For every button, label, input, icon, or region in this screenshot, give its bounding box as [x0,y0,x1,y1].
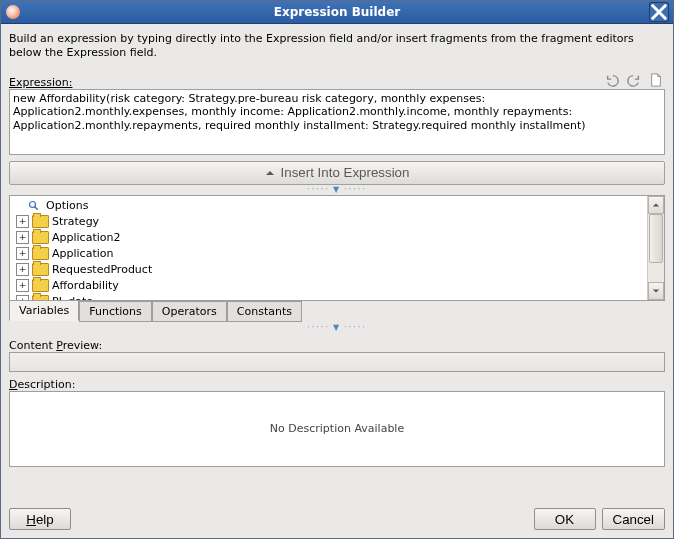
expand-icon[interactable]: + [16,279,29,292]
tree-item-label: RequestedProduct [52,263,152,276]
insert-button-label: Insert Into Expression [281,165,410,180]
folder-icon [32,279,49,292]
undo-button[interactable] [603,71,621,89]
tree-root-label: Options [46,199,88,212]
fragment-tabs: Variables Functions Operators Constants [9,301,665,323]
tree-item-application2[interactable]: + Application2 [10,230,647,246]
tab-operators[interactable]: Operators [152,301,227,322]
description-placeholder: No Description Available [270,422,404,435]
tree-root-options[interactable]: Options [10,198,647,214]
tree-item-label: Strategy [52,215,99,228]
description-label: Description: [9,378,665,391]
tree-item-label: Application [52,247,113,260]
expand-icon[interactable]: + [16,263,29,276]
scroll-thumb[interactable] [649,214,663,264]
content-preview-box [9,352,665,372]
scroll-down-button[interactable] [648,282,664,300]
splitter-mid[interactable]: ·····▼····· [9,323,665,333]
expression-toolbar [603,71,665,89]
scroll-up-button[interactable] [648,196,664,214]
folder-icon [32,247,49,260]
redo-icon [627,73,641,87]
expand-icon[interactable]: + [16,231,29,244]
folder-icon [32,215,49,228]
tree-item-affordability[interactable]: + Affordability [10,278,647,294]
search-icon [26,199,42,213]
tree-item-pldate[interactable]: + PL.date [10,294,647,300]
dialog-footer: Help OK Cancel [1,502,673,538]
folder-icon [32,231,49,244]
expand-icon[interactable]: + [16,247,29,260]
tree-item-application[interactable]: + Application [10,246,647,262]
page-icon [649,73,663,87]
tree-item-label: Application2 [52,231,120,244]
splitter-top[interactable]: ·····▼····· [9,185,665,195]
chevron-up-icon [652,201,660,209]
insert-into-expression-button[interactable]: Insert Into Expression [9,161,665,185]
redo-button[interactable] [625,71,643,89]
close-icon [650,3,668,21]
chevron-up-icon [265,168,275,178]
help-button[interactable]: Help [9,508,71,530]
undo-icon [605,73,619,87]
cancel-button[interactable]: Cancel [602,508,666,530]
expression-label: Expression: [9,76,72,89]
expression-builder-dialog: Expression Builder Build an expression b… [0,0,674,539]
ok-button[interactable]: OK [534,508,596,530]
tree-item-label: Affordability [52,279,119,292]
description-box: No Description Available [9,391,665,467]
intro-text: Build an expression by typing directly i… [9,32,665,61]
tree-body[interactable]: Options + Strategy + Application2 + Appl… [10,196,647,300]
close-button[interactable] [649,2,669,22]
fragment-tree: Options + Strategy + Application2 + Appl… [9,195,665,301]
app-logo-icon [6,5,20,19]
tree-scrollbar[interactable] [647,196,664,300]
tab-functions[interactable]: Functions [79,301,152,322]
expression-textarea[interactable] [9,89,665,155]
tree-item-strategy[interactable]: + Strategy [10,214,647,230]
tree-item-requestedproduct[interactable]: + RequestedProduct [10,262,647,278]
window-title: Expression Builder [25,5,649,19]
scroll-track[interactable] [648,214,664,282]
chevron-down-icon [652,287,660,295]
folder-icon [32,263,49,276]
titlebar[interactable]: Expression Builder [1,1,673,24]
tab-variables[interactable]: Variables [9,300,79,321]
expand-icon[interactable]: + [16,215,29,228]
content-preview-label: Content Preview: [9,339,665,352]
clear-button[interactable] [647,71,665,89]
svg-point-0 [30,201,36,207]
tab-constants[interactable]: Constants [227,301,302,322]
